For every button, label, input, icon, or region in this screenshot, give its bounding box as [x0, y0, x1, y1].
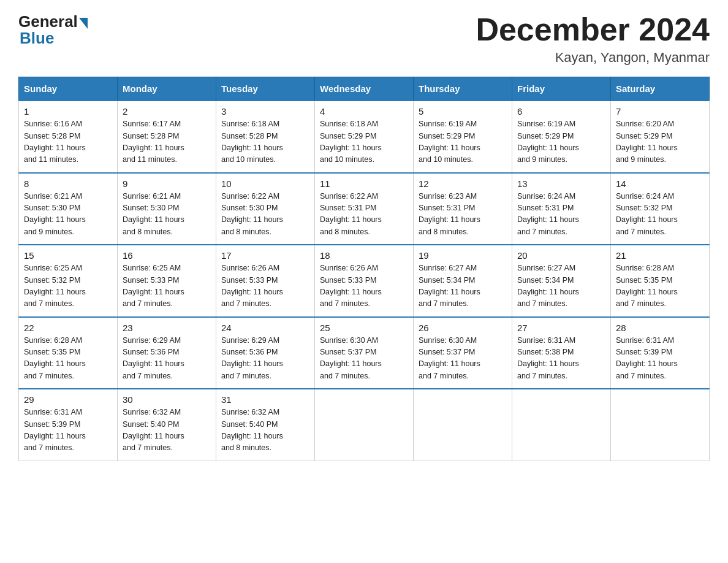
- day-cell: 4 Sunrise: 6:18 AMSunset: 5:29 PMDayligh…: [315, 101, 414, 173]
- calendar-table: SundayMondayTuesdayWednesdayThursdayFrid…: [18, 77, 710, 461]
- day-cell: 28 Sunrise: 6:31 AMSunset: 5:39 PMDaylig…: [611, 317, 710, 389]
- day-cell: 9 Sunrise: 6:21 AMSunset: 5:30 PMDayligh…: [118, 173, 216, 245]
- day-cell: [414, 389, 512, 461]
- day-info: Sunrise: 6:23 AMSunset: 5:31 PMDaylight:…: [419, 192, 480, 236]
- day-number: 9: [123, 178, 211, 189]
- day-number: 23: [123, 323, 211, 333]
- day-info: Sunrise: 6:19 AMSunset: 5:29 PMDaylight:…: [517, 120, 579, 164]
- day-info: Sunrise: 6:31 AMSunset: 5:38 PMDaylight:…: [517, 336, 579, 380]
- week-row-5: 29 Sunrise: 6:31 AMSunset: 5:39 PMDaylig…: [19, 389, 710, 461]
- day-cell: 6 Sunrise: 6:19 AMSunset: 5:29 PMDayligh…: [512, 101, 611, 173]
- day-number: 30: [123, 394, 211, 405]
- day-number: 17: [221, 250, 309, 261]
- day-info: Sunrise: 6:22 AMSunset: 5:30 PMDaylight:…: [221, 192, 283, 236]
- day-cell: [611, 389, 710, 461]
- day-info: Sunrise: 6:22 AMSunset: 5:31 PMDaylight:…: [320, 192, 382, 236]
- day-info: Sunrise: 6:32 AMSunset: 5:40 PMDaylight:…: [123, 408, 184, 452]
- day-number: 21: [616, 250, 704, 261]
- day-number: 3: [221, 106, 309, 117]
- day-cell: 16 Sunrise: 6:25 AMSunset: 5:33 PMDaylig…: [118, 245, 216, 317]
- day-info: Sunrise: 6:28 AMSunset: 5:35 PMDaylight:…: [616, 264, 678, 308]
- logo-arrow-icon: [79, 18, 88, 29]
- day-number: 2: [123, 106, 211, 117]
- day-number: 26: [419, 323, 507, 333]
- day-cell: 2 Sunrise: 6:17 AMSunset: 5:28 PMDayligh…: [118, 101, 216, 173]
- day-info: Sunrise: 6:30 AMSunset: 5:37 PMDaylight:…: [320, 336, 382, 380]
- header-thursday: Thursday: [414, 77, 512, 101]
- day-cell: 24 Sunrise: 6:29 AMSunset: 5:36 PMDaylig…: [216, 317, 315, 389]
- day-cell: 25 Sunrise: 6:30 AMSunset: 5:37 PMDaylig…: [315, 317, 414, 389]
- day-info: Sunrise: 6:31 AMSunset: 5:39 PMDaylight:…: [24, 408, 86, 452]
- day-cell: 1 Sunrise: 6:16 AMSunset: 5:28 PMDayligh…: [19, 101, 118, 173]
- day-info: Sunrise: 6:29 AMSunset: 5:36 PMDaylight:…: [123, 336, 184, 380]
- calendar-header-row: SundayMondayTuesdayWednesdayThursdayFrid…: [19, 77, 710, 101]
- day-cell: 8 Sunrise: 6:21 AMSunset: 5:30 PMDayligh…: [19, 173, 118, 245]
- day-cell: 14 Sunrise: 6:24 AMSunset: 5:32 PMDaylig…: [611, 173, 710, 245]
- day-info: Sunrise: 6:31 AMSunset: 5:39 PMDaylight:…: [616, 336, 678, 380]
- day-number: 29: [24, 394, 112, 405]
- day-number: 19: [419, 250, 507, 261]
- day-info: Sunrise: 6:24 AMSunset: 5:31 PMDaylight:…: [517, 192, 579, 236]
- day-number: 1: [24, 106, 112, 117]
- day-info: Sunrise: 6:25 AMSunset: 5:32 PMDaylight:…: [24, 264, 86, 308]
- day-cell: 3 Sunrise: 6:18 AMSunset: 5:28 PMDayligh…: [216, 101, 315, 173]
- week-row-4: 22 Sunrise: 6:28 AMSunset: 5:35 PMDaylig…: [19, 317, 710, 389]
- day-info: Sunrise: 6:17 AMSunset: 5:28 PMDaylight:…: [123, 120, 184, 164]
- week-row-1: 1 Sunrise: 6:16 AMSunset: 5:28 PMDayligh…: [19, 101, 710, 173]
- week-row-3: 15 Sunrise: 6:25 AMSunset: 5:32 PMDaylig…: [19, 245, 710, 317]
- day-cell: 21 Sunrise: 6:28 AMSunset: 5:35 PMDaylig…: [611, 245, 710, 317]
- day-info: Sunrise: 6:25 AMSunset: 5:33 PMDaylight:…: [123, 264, 184, 308]
- day-number: 31: [221, 394, 309, 405]
- day-info: Sunrise: 6:27 AMSunset: 5:34 PMDaylight:…: [419, 264, 480, 308]
- day-cell: 5 Sunrise: 6:19 AMSunset: 5:29 PMDayligh…: [414, 101, 512, 173]
- day-cell: 13 Sunrise: 6:24 AMSunset: 5:31 PMDaylig…: [512, 173, 611, 245]
- day-cell: 10 Sunrise: 6:22 AMSunset: 5:30 PMDaylig…: [216, 173, 315, 245]
- day-info: Sunrise: 6:24 AMSunset: 5:32 PMDaylight:…: [616, 192, 678, 236]
- day-number: 20: [517, 250, 605, 261]
- week-row-2: 8 Sunrise: 6:21 AMSunset: 5:30 PMDayligh…: [19, 173, 710, 245]
- day-number: 16: [123, 250, 211, 261]
- page-header: General Blue December 2024 Kayan, Yangon…: [18, 12, 710, 66]
- day-info: Sunrise: 6:21 AMSunset: 5:30 PMDaylight:…: [24, 192, 86, 236]
- day-number: 4: [320, 106, 408, 117]
- day-info: Sunrise: 6:30 AMSunset: 5:37 PMDaylight:…: [419, 336, 480, 380]
- day-cell: 23 Sunrise: 6:29 AMSunset: 5:36 PMDaylig…: [118, 317, 216, 389]
- calendar-title: December 2024: [476, 12, 710, 47]
- day-number: 11: [320, 178, 408, 189]
- day-info: Sunrise: 6:28 AMSunset: 5:35 PMDaylight:…: [24, 336, 86, 380]
- header-monday: Monday: [118, 77, 216, 101]
- calendar-subtitle: Kayan, Yangon, Myanmar: [476, 50, 710, 66]
- day-info: Sunrise: 6:18 AMSunset: 5:28 PMDaylight:…: [221, 120, 283, 164]
- day-info: Sunrise: 6:26 AMSunset: 5:33 PMDaylight:…: [221, 264, 283, 308]
- header-sunday: Sunday: [19, 77, 118, 101]
- day-cell: 22 Sunrise: 6:28 AMSunset: 5:35 PMDaylig…: [19, 317, 118, 389]
- day-cell: 18 Sunrise: 6:26 AMSunset: 5:33 PMDaylig…: [315, 245, 414, 317]
- day-number: 13: [517, 178, 605, 189]
- day-cell: 12 Sunrise: 6:23 AMSunset: 5:31 PMDaylig…: [414, 173, 512, 245]
- day-number: 28: [616, 323, 704, 333]
- day-info: Sunrise: 6:21 AMSunset: 5:30 PMDaylight:…: [123, 192, 184, 236]
- day-cell: 20 Sunrise: 6:27 AMSunset: 5:34 PMDaylig…: [512, 245, 611, 317]
- day-cell: [315, 389, 414, 461]
- day-info: Sunrise: 6:29 AMSunset: 5:36 PMDaylight:…: [221, 336, 283, 380]
- logo-blue-text: Blue: [18, 29, 54, 48]
- day-cell: 31 Sunrise: 6:32 AMSunset: 5:40 PMDaylig…: [216, 389, 315, 461]
- day-cell: [512, 389, 611, 461]
- day-number: 18: [320, 250, 408, 261]
- day-cell: 26 Sunrise: 6:30 AMSunset: 5:37 PMDaylig…: [414, 317, 512, 389]
- day-cell: 11 Sunrise: 6:22 AMSunset: 5:31 PMDaylig…: [315, 173, 414, 245]
- day-number: 8: [24, 178, 112, 189]
- day-cell: 17 Sunrise: 6:26 AMSunset: 5:33 PMDaylig…: [216, 245, 315, 317]
- logo: General Blue: [18, 12, 88, 48]
- day-info: Sunrise: 6:26 AMSunset: 5:33 PMDaylight:…: [320, 264, 382, 308]
- day-info: Sunrise: 6:19 AMSunset: 5:29 PMDaylight:…: [419, 120, 480, 164]
- day-number: 25: [320, 323, 408, 333]
- title-block: December 2024 Kayan, Yangon, Myanmar: [476, 12, 710, 66]
- day-cell: 15 Sunrise: 6:25 AMSunset: 5:32 PMDaylig…: [19, 245, 118, 317]
- header-friday: Friday: [512, 77, 611, 101]
- day-cell: 27 Sunrise: 6:31 AMSunset: 5:38 PMDaylig…: [512, 317, 611, 389]
- day-number: 24: [221, 323, 309, 333]
- day-number: 7: [616, 106, 704, 117]
- day-number: 5: [419, 106, 507, 117]
- day-number: 6: [517, 106, 605, 117]
